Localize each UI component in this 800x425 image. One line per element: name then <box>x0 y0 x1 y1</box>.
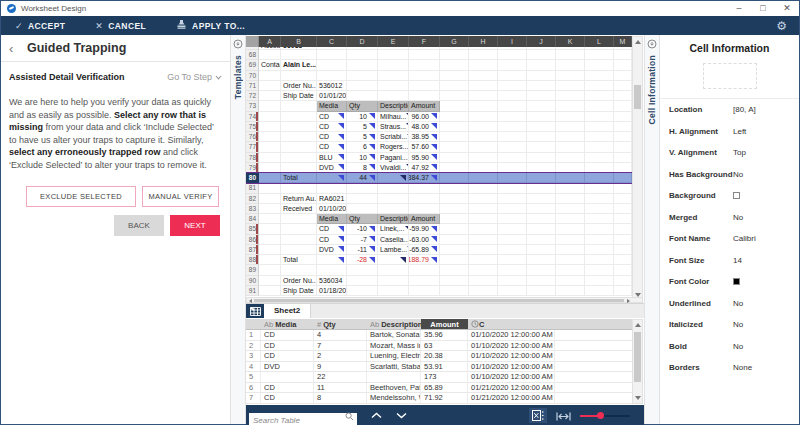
sheet-row-79[interactable]: 79DVD8Vivaldi...47.92 <box>246 163 632 173</box>
back-chevron-icon[interactable]: ‹ <box>9 41 21 56</box>
sheet-cell-E76[interactable]: Scriabi... <box>378 132 409 142</box>
sheet-cell-H69[interactable] <box>469 60 498 70</box>
table-row-7[interactable]: 7CD8Mendelssohn, Wa...71.9201/21/2020 12… <box>246 393 632 404</box>
sheet-row-81[interactable]: 81 <box>246 183 632 193</box>
table-cell[interactable] <box>555 341 632 352</box>
sheet-cell-H81[interactable] <box>469 183 498 193</box>
sheet-cell-I70[interactable] <box>498 71 527 81</box>
table-cell[interactable]: CD <box>261 393 314 404</box>
sheet-cell-A83[interactable] <box>259 204 281 214</box>
table-cell[interactable]: CD <box>261 383 314 394</box>
sheet-cell-A73[interactable] <box>259 101 281 111</box>
column-header-C[interactable]: C <box>317 36 347 47</box>
table-cell[interactable]: 20.38 <box>421 351 468 362</box>
sheet-cell-B87[interactable] <box>281 245 317 255</box>
table-cell[interactable]: 7 <box>314 341 367 352</box>
sheet-cell-B82[interactable]: Return Au... <box>281 194 317 204</box>
sheet-cell-M88[interactable] <box>614 255 632 265</box>
table-cell[interactable]: Beethoven, Pathe... <box>367 383 421 394</box>
sheet-cell-B80[interactable]: Total <box>281 173 317 183</box>
row-header-81[interactable]: 81 <box>246 183 259 193</box>
sheet-cell-L77[interactable] <box>585 142 614 152</box>
scroll-down-arrow[interactable] <box>635 396 641 400</box>
sheet-cell-I79[interactable] <box>498 163 527 173</box>
sheet-cell-D86[interactable]: -7 <box>347 235 378 245</box>
sheet-cell-M85[interactable] <box>614 224 632 234</box>
column-header-B[interactable]: B <box>281 36 317 47</box>
sheet-cell-D68[interactable] <box>347 50 378 60</box>
sheet-row-89[interactable]: 89 <box>246 265 632 275</box>
sheet-cell-D75[interactable]: 5 <box>347 122 378 132</box>
sheet-cell-E89[interactable] <box>378 265 409 275</box>
sheet-cell-A77[interactable] <box>259 142 281 152</box>
column-header-J[interactable]: J <box>527 36 556 47</box>
sheet-cell-H80[interactable] <box>469 173 498 183</box>
sheet-cell-H83[interactable] <box>469 204 498 214</box>
sheet-cell-K76[interactable] <box>556 132 585 142</box>
sheet-cell-M84[interactable] <box>614 214 632 224</box>
sheet-cell-G78[interactable] <box>440 153 469 163</box>
table-cell[interactable]: 5 <box>246 372 261 383</box>
sheet-cell-J85[interactable] <box>527 224 556 234</box>
sheet-cell-J70[interactable] <box>527 71 556 81</box>
sheet-cell-G87[interactable] <box>440 245 469 255</box>
sheet-cell-A90[interactable] <box>259 276 281 286</box>
sheet-cell-J88[interactable] <box>527 255 556 265</box>
sheet-cell-J82[interactable] <box>527 194 556 204</box>
table-row-6[interactable]: 6CD11Beethoven, Pathe...65.8901/21/2020 … <box>246 383 632 394</box>
sheet-cell-M87[interactable] <box>614 245 632 255</box>
sheet-cell-M82[interactable] <box>614 194 632 204</box>
sheet-cell-L72[interactable] <box>585 91 614 101</box>
sheet-cell-K80[interactable] <box>556 173 585 183</box>
sheet-cell-F83[interactable] <box>409 204 440 214</box>
sheet-cell-K70[interactable] <box>556 71 585 81</box>
row-header-85[interactable]: 85 <box>246 224 259 234</box>
table-cell[interactable]: 11 <box>314 383 367 394</box>
table-cell[interactable]: 35.96 <box>421 330 468 341</box>
sheet-cell-B74[interactable] <box>281 112 317 122</box>
sheet-cell-J74[interactable] <box>527 112 556 122</box>
sheet-cell-I74[interactable] <box>498 112 527 122</box>
sheet-cell-F88[interactable]: -188.79 <box>409 255 440 265</box>
sheet-cell-J81[interactable] <box>527 183 556 193</box>
sheet-cell-G77[interactable] <box>440 142 469 152</box>
column-header-L[interactable]: L <box>585 36 614 47</box>
sheet-cell-B78[interactable] <box>281 153 317 163</box>
table-cell[interactable]: 4 <box>246 362 261 373</box>
sheet-cell-I85[interactable] <box>498 224 527 234</box>
sheet-cell-G70[interactable] <box>440 71 469 81</box>
sheet-cell-B86[interactable] <box>281 235 317 245</box>
row-header-89[interactable]: 89 <box>246 265 259 275</box>
column-header-M[interactable]: M <box>614 36 632 47</box>
sheet-cell-C89[interactable] <box>317 265 347 275</box>
sheet-cell-G90[interactable] <box>440 276 469 286</box>
table-cell[interactable]: 3 <box>246 351 261 362</box>
table-cell[interactable] <box>261 372 314 383</box>
sheet-cell-A76[interactable] <box>259 132 281 142</box>
row-header-87[interactable]: 87 <box>246 245 259 255</box>
sheet-cell-K78[interactable] <box>556 153 585 163</box>
table-header-c[interactable]: C <box>468 319 555 329</box>
sheet-cell-H84[interactable] <box>469 214 498 224</box>
sheet-cell-B89[interactable] <box>281 265 317 275</box>
gear-icon[interactable]: ⚙ <box>776 20 787 32</box>
sheet-cell-C88[interactable] <box>317 255 347 265</box>
sheet-cell-H85[interactable] <box>469 224 498 234</box>
sheet-cell-B68[interactable] <box>281 50 317 60</box>
table-cell[interactable]: Bartok, Sonata fo... <box>367 330 421 341</box>
table-cell[interactable]: Mendelssohn, Wa... <box>367 393 421 404</box>
table-cell[interactable]: 71.92 <box>421 393 468 404</box>
sheet-row-88[interactable]: 88Total-28-188.79 <box>246 255 632 265</box>
sheet-cell-E72[interactable] <box>378 91 409 101</box>
sheet-cell-B90[interactable]: Order Nu... <box>281 276 317 286</box>
row-header-70[interactable]: 70 <box>246 71 259 81</box>
sheet-cell-J76[interactable] <box>527 132 556 142</box>
sheet-cell-F91[interactable] <box>409 286 440 296</box>
sheet-cell-F68[interactable] <box>409 50 440 60</box>
table-cell[interactable]: 2 <box>314 351 367 362</box>
sheet-cell-G82[interactable] <box>440 194 469 204</box>
table-cell[interactable]: 53.91 <box>421 362 468 373</box>
sheet-cell-F69[interactable] <box>409 60 440 70</box>
sheet-cell-A70[interactable] <box>259 71 281 81</box>
table-cell[interactable] <box>555 383 632 394</box>
